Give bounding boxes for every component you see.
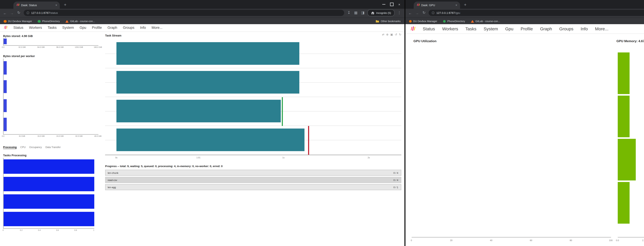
address-bar[interactable]: ⓘ 127.0.0.1:8787/gpu [429,10,644,16]
dask-nav-info[interactable]: Info [581,26,588,31]
minimize-button[interactable] [380,0,388,8]
gpu-memory-bar [618,182,630,224]
bytes-stored-bar [4,39,6,44]
progress-row-len-agg: len-agg0 / 1 [105,184,401,190]
axis-tick-label: 0.2 [20,229,22,231]
save-icon[interactable]: ▣ [390,33,393,36]
axis-tick-label: 0.0 [616,239,619,241]
gpu-utilization-chart[interactable] [412,44,611,237]
gpu-memory-chart[interactable] [618,44,644,237]
progress-task-name: len-agg [108,184,116,190]
other-bookmarks[interactable]: Other bookmarks [376,19,400,23]
back-icon[interactable]: ← [408,11,412,15]
window-titlebar[interactable]: Dask: Status × + × [0,0,404,8]
dask-nav-system[interactable]: System [62,26,74,29]
new-tab-button[interactable]: + [464,2,466,7]
dask-nav-tasks[interactable]: Tasks [465,26,476,31]
tab-close-icon[interactable]: × [456,3,457,6]
bookmark-label: GitLab - course-con... [70,20,95,23]
dask-navbar: StatusWorkersTasksSystemGpuProfileGraphG… [405,24,644,34]
dask-favicon-icon [416,3,420,7]
task-stream-chart[interactable] [105,39,401,155]
progress-row-len-chunk: len-chunk0 / 4 [105,169,401,176]
site-info-icon[interactable]: ⓘ [26,11,29,15]
forward-icon[interactable]: → [415,11,419,15]
axis-tick-label: 2s [368,156,370,159]
refresh-icon[interactable]: ↻ [399,33,401,36]
bookmark-gitlab-course-con[interactable]: GitLab - course-con... [66,20,95,23]
gpu-memory-bars [618,52,644,224]
site-info-icon[interactable]: ⓘ [432,11,434,15]
bytes-per-worker-chart[interactable] [3,58,98,134]
reload-icon[interactable]: ↻ [16,11,21,15]
url-path: /status [50,11,58,14]
browser-menu-icon[interactable]: ⋮ [397,11,402,15]
url-path: /gpu [455,11,460,14]
progress-task-count: 0 / 1 [394,184,398,190]
panel-tab-data-transfer[interactable]: Data Transfer [46,146,61,149]
bookmark-gitlab-course-con[interactable]: GitLab - course-con... [471,20,500,23]
dask-nav-status[interactable]: Status [14,26,23,29]
dask-nav-profile[interactable]: Profile [520,26,533,31]
dask-nav-tasks[interactable]: Tasks [48,26,57,29]
box-zoom-icon[interactable]: ⊕ [386,33,388,36]
dask-nav-gpu[interactable]: Gpu [505,26,514,31]
dask-nav-more[interactable]: More... [152,26,162,29]
bookmark-phonedirectory[interactable]: PhoneDirectory [443,20,465,23]
dask-nav-workers[interactable]: Workers [29,26,42,29]
side-panel-icon[interactable]: ◨ [360,11,365,15]
reset-icon[interactable]: ↺ [395,33,397,36]
dask-nav-workers[interactable]: Workers [442,26,458,31]
axis-tick-label: 160.0 GiB [94,46,102,48]
browser-tab-status[interactable]: Dask: Status × [14,1,60,8]
maximize-button[interactable] [388,0,396,8]
new-tab-button[interactable]: + [64,2,66,7]
window-titlebar[interactable]: Dask: GPU × + × [405,0,644,8]
bookmark-phonedirectory[interactable]: PhoneDirectory [38,20,60,23]
axis-tick-label: 0.4 [38,229,41,231]
dask-nav-gpu[interactable]: Gpu [80,26,86,29]
task-stream-bar [116,71,299,94]
bytes-per-worker-bar [4,118,6,131]
panel-tab-processing[interactable]: Processing [3,146,17,149]
panel-tab-occupancy[interactable]: Occupancy [29,146,42,149]
desktop: Dask: Status × + × ← → ↻ ⓘ 127.0.0.1:878… [0,0,644,246]
pan-icon[interactable]: ⇄ [382,33,384,36]
dask-nav-graph[interactable]: Graph [540,26,552,31]
bookmark-du-devbox-manager[interactable]: DU Devbox Manager [4,20,32,23]
progress-task-count: 0 / 4 [394,170,398,176]
dask-nav-info[interactable]: Info [140,26,146,29]
gpu-memory-bar [618,96,630,137]
bytes-stored-chart[interactable] [3,38,98,45]
other-bookmarks-label: Other bookmarks [381,20,400,23]
dask-nav-profile[interactable]: Profile [92,26,102,29]
dask-logo-icon [3,25,8,30]
dask-nav-system[interactable]: System [484,26,498,31]
forward-icon[interactable]: → [10,11,14,15]
tab-close-icon[interactable]: × [56,3,57,6]
task-stream-axis: 0s1:011s2s [105,156,401,159]
close-button[interactable]: × [396,0,403,8]
dask-nav-groups[interactable]: Groups [123,26,134,29]
bytes-per-worker-bar [4,61,6,74]
dask-nav-groups[interactable]: Groups [559,26,574,31]
axis-tick-label: 0.6 [56,229,59,231]
address-bar[interactable]: ⓘ 127.0.0.1:8787/status [24,10,344,16]
panel-tab-cpu[interactable]: CPU [20,146,26,149]
tasks-processing-chart[interactable] [3,158,94,229]
download-icon[interactable]: ↧ [346,11,351,15]
tab-title: Dask: GPU [421,3,454,6]
incognito-label: Incognito (5) [376,11,391,14]
dask-nav-more[interactable]: More... [595,26,608,31]
browser-tab-gpu[interactable]: Dask: GPU × [414,1,460,8]
axis-tick-label: 32.0 GiB [75,135,82,137]
reload-icon[interactable]: ↻ [422,11,426,15]
bookmark-favicon-icon [4,20,6,23]
back-icon[interactable]: ← [2,11,7,15]
bookmark-du-devbox-manager[interactable]: DU Devbox Manager [409,20,437,23]
panel-tab-strip: ProcessingCPUOccupancyData Transfer [3,146,98,149]
dask-favicon-icon [16,3,20,7]
dask-nav-status[interactable]: Status [423,26,435,31]
dask-nav-graph[interactable]: Graph [108,26,117,29]
extensions-icon[interactable]: ▦ [354,11,358,15]
